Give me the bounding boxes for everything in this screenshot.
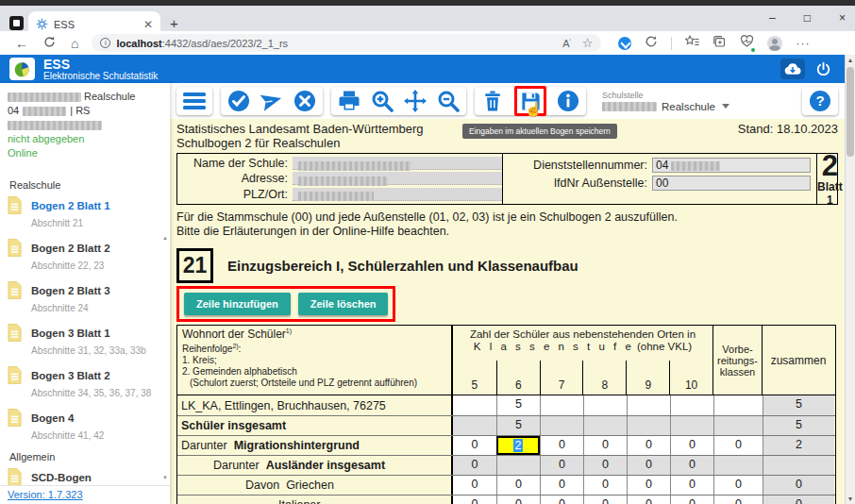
home-button[interactable]: ⌂	[71, 37, 78, 50]
adresse-field[interactable]	[293, 172, 502, 185]
vorbereitungsklassen-cell[interactable]: 0	[713, 436, 763, 455]
address-bar[interactable]: i localhost:4432/asd/aes/2023/2_1_rs Aᵎ …	[92, 34, 601, 52]
main-area: ☝ Eingaben im aktuellen Bogen speichern …	[170, 83, 845, 504]
file-icon	[8, 409, 22, 427]
send-button[interactable]	[260, 90, 283, 112]
favorites-bar-icon[interactable]	[685, 35, 699, 52]
cloud-download-button[interactable]	[780, 59, 805, 79]
cancel-x-button[interactable]	[293, 90, 316, 112]
sidebar-item-bogen-3-blatt-2[interactable]: Bogen 3 Blatt 2Abschnitte 34, 35, 36, 37…	[8, 366, 170, 400]
sidebar-item-bogen-2-blatt-2[interactable]: Bogen 2 Blatt 2Abschnitte 22, 23	[8, 239, 170, 273]
version-link[interactable]: Version: 1.7.323	[8, 489, 83, 500]
page-scrollbar[interactable]: ▲ ▼	[845, 55, 855, 504]
add-row-button[interactable]: Zeile hinzufügen	[184, 293, 291, 315]
plz-ort-field[interactable]	[293, 188, 502, 201]
extension-badge-icon[interactable]	[618, 37, 631, 50]
window-minimize-button[interactable]: –	[769, 11, 776, 25]
highlighted-input-cell[interactable]: 2	[496, 436, 540, 455]
sidebar-item-bogen-4[interactable]: Bogen 4Abschnitte 41, 42	[8, 409, 170, 443]
vorbereitungsklassen-cell[interactable]: 0	[713, 476, 763, 495]
collections-icon[interactable]	[712, 35, 727, 52]
zoom-out-button[interactable]	[437, 90, 460, 112]
help-button[interactable]: ?	[809, 90, 831, 112]
tab-actions-button[interactable]	[9, 16, 24, 30]
grade-5-cell[interactable]	[453, 395, 496, 415]
grade-9-cell: 0	[627, 456, 670, 475]
grade-9-cell[interactable]: 0	[627, 436, 670, 455]
validate-check-button[interactable]	[227, 90, 250, 112]
grade-10-cell[interactable]	[670, 395, 713, 415]
grade-6-cell[interactable]: 0	[496, 476, 540, 495]
scroll-up-arrow[interactable]: ▲	[846, 55, 855, 65]
grade-6-cell: 5	[496, 416, 540, 435]
read-aloud-icon[interactable]: Aᵎ	[562, 37, 570, 49]
new-tab-button[interactable]: +	[170, 15, 178, 31]
tab-close-icon[interactable]: ✕	[143, 18, 153, 31]
grade-9-cell[interactable]: 0	[627, 496, 670, 504]
refresh-button[interactable]	[43, 36, 56, 50]
browser-menu-icon[interactable]: ···	[796, 37, 810, 50]
window-close-button[interactable]: ×	[839, 11, 846, 25]
pan-move-button[interactable]	[404, 90, 427, 112]
scrollbar-thumb[interactable]	[847, 67, 854, 157]
grade-5-cell[interactable]: 0	[453, 476, 496, 495]
file-icon	[8, 324, 22, 342]
scroll-down-arrow[interactable]: ▼	[846, 494, 855, 504]
grade-7-cell[interactable]: 0	[540, 476, 583, 495]
delete-trash-button[interactable]	[481, 90, 504, 112]
grade-8-cell[interactable]	[583, 395, 627, 415]
file-icon	[8, 239, 22, 257]
sidebar-item-bogen-3-blatt-1[interactable]: Bogen 3 Blatt 1Abschnitte 31, 32, 33a, 3…	[8, 324, 170, 358]
sidebar-scroll-down[interactable]: ▼	[161, 474, 169, 481]
grade-8-cell[interactable]: 0	[583, 476, 627, 495]
browser-essentials-icon[interactable]	[740, 35, 754, 52]
grade-10-cell[interactable]: 0	[670, 496, 713, 504]
bogen-number: 2	[817, 152, 843, 180]
grade-6-cell[interactable]: 0	[496, 496, 540, 504]
browser-navbar: ← ⌂ i localhost:4432/asd/aes/2023/2_1_rs…	[0, 31, 855, 55]
print-button[interactable]	[338, 90, 360, 112]
row-label: Italiener	[177, 496, 453, 504]
logout-power-button[interactable]	[811, 59, 835, 79]
extension-refresh-icon[interactable]	[645, 35, 658, 52]
zoom-in-button[interactable]	[371, 90, 394, 112]
grade-9-cell[interactable]: 0	[627, 476, 670, 495]
sidebar-scroll-up[interactable]: ▲	[161, 234, 169, 242]
grade-5-cell[interactable]: 0	[453, 496, 496, 504]
info-button[interactable]	[557, 90, 579, 112]
vorbereitungsklassen-cell[interactable]	[713, 395, 763, 415]
menu-button[interactable]	[183, 90, 206, 112]
grade-7-cell[interactable]: 0	[540, 496, 583, 504]
sidebar-item-bogen-2-blatt-1[interactable]: Bogen 2 Blatt 1Abschnitt 21	[8, 196, 170, 230]
ifdnr-aussenstelle-field[interactable]: 00	[652, 176, 811, 191]
zusammen-cell: 5	[763, 416, 834, 435]
schulstelle-dropdown[interactable]: Schulstelle Realschule	[602, 91, 729, 112]
grade-6-cell[interactable]: 5	[496, 395, 540, 415]
grade-5-cell[interactable]: 0	[453, 436, 496, 455]
profile-avatar[interactable]	[767, 36, 782, 51]
grade-8-cell[interactable]: 0	[583, 436, 627, 455]
grade-column-header-10: 10	[669, 361, 712, 395]
app-subtitle: Elektronische Schulstatistik	[43, 71, 158, 81]
grade-9-cell[interactable]	[627, 395, 670, 415]
grade-7-cell[interactable]	[540, 395, 583, 415]
zusammen-header: zusammen	[763, 326, 834, 395]
grade-8-cell[interactable]: 0	[583, 496, 627, 504]
table-header: Wohnort der Schüler1) Reihenfolge2): 1. …	[177, 326, 835, 395]
grade-7-cell[interactable]: 0	[540, 436, 583, 455]
grade-10-cell[interactable]: 0	[670, 436, 713, 455]
site-info-icon[interactable]: i	[100, 38, 110, 48]
grade-10-cell[interactable]: 0	[670, 476, 713, 495]
delete-row-button[interactable]: Zeile löschen	[298, 293, 389, 315]
favorite-star-icon[interactable]: ☆	[582, 36, 594, 50]
sidebar-item-bogen-2-blatt-3[interactable]: Bogen 2 Blatt 3Abschnitte 24	[8, 281, 170, 315]
back-button[interactable]: ←	[15, 37, 28, 50]
window-maximize-button[interactable]: □	[804, 11, 811, 25]
save-button[interactable]	[519, 90, 542, 112]
grade-6-cell	[496, 456, 540, 475]
redacted-schulstelle-prefix	[602, 102, 657, 111]
dienststellennummer-field[interactable]: 04	[652, 158, 811, 173]
school-name-field[interactable]	[293, 157, 502, 170]
sidebar-scrollbar[interactable]: ▲ ▼	[161, 234, 169, 481]
vorbereitungsklassen-cell[interactable]: 0	[713, 496, 763, 504]
